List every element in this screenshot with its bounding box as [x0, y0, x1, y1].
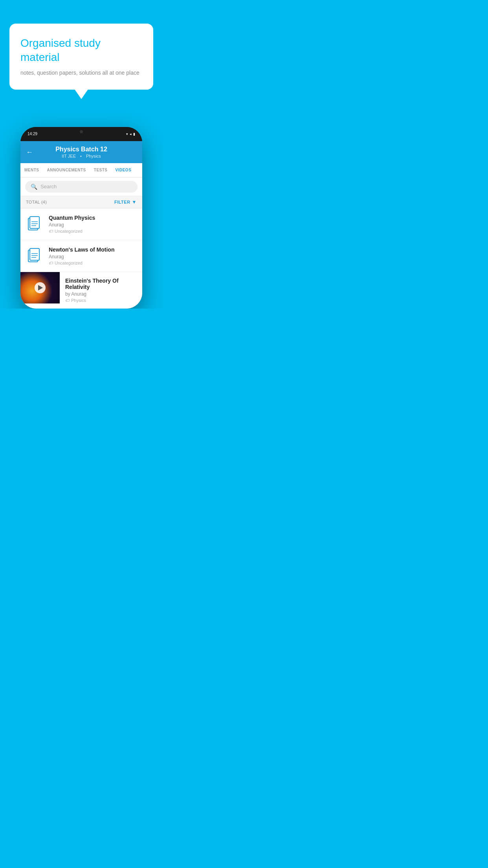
list-item[interactable]: Newton's Laws of Motion Anurag 🏷 Uncateg… — [20, 240, 142, 272]
item-author: Anurag — [49, 254, 137, 259]
tabs-bar: MENTS ANNOUNCEMENTS TESTS VIDEOS — [20, 163, 142, 178]
thumb-title: Einstein's Theory Of Relativity — [65, 278, 137, 290]
tag-label: Uncategorized — [55, 229, 83, 234]
tab-tests[interactable]: TESTS — [90, 163, 112, 177]
svg-rect-1 — [30, 217, 39, 228]
item-tag: 🏷 Uncategorized — [49, 229, 137, 234]
filter-label: FILTER — [114, 200, 130, 204]
tab-videos[interactable]: VIDEOS — [112, 163, 136, 177]
phone-notch — [66, 127, 97, 135]
video-thumbnail — [20, 272, 60, 303]
item-info: Quantum Physics Anurag 🏷 Uncategorized — [49, 215, 137, 234]
list-item[interactable]: Einstein's Theory Of Relativity by Anura… — [20, 272, 142, 309]
tag-label: Uncategorized — [55, 261, 83, 265]
search-bar: 🔍 Search — [20, 178, 142, 196]
filter-button[interactable]: FILTER ▼ — [114, 199, 137, 205]
video-list: Quantum Physics Anurag 🏷 Uncategorized — [20, 208, 142, 309]
thumb-tag: 🏷 Physics — [65, 298, 137, 303]
status-bar: 14:29 ▾ ◂ ▮ — [20, 127, 142, 141]
item-icon — [26, 215, 43, 233]
filter-icon: ▼ — [132, 199, 137, 205]
item-tag: 🏷 Uncategorized — [49, 261, 137, 265]
tag-label: Physics — [71, 298, 86, 303]
total-count: TOTAL (4) — [26, 200, 47, 204]
thumb-info: Einstein's Theory Of Relativity by Anura… — [60, 272, 142, 308]
phone: 14:29 ▾ ◂ ▮ ← Physics Batch 12 IIT JEE •… — [20, 127, 142, 309]
phone-screen: ← Physics Batch 12 IIT JEE • Physics MEN… — [20, 141, 142, 309]
tag-icon: 🏷 — [65, 298, 70, 303]
item-icon — [26, 247, 43, 265]
bubble-subtitle: notes, question papers, solutions all at… — [20, 69, 142, 77]
wifi-icon: ▾ — [126, 132, 128, 136]
subtitle-iitjee: IIT JEE — [62, 154, 76, 158]
item-author: Anurag — [49, 222, 137, 228]
battery-icon: ▮ — [133, 132, 135, 136]
play-button[interactable] — [35, 282, 46, 293]
phone-container: 14:29 ▾ ◂ ▮ ← Physics Batch 12 IIT JEE •… — [0, 105, 163, 309]
tab-ments[interactable]: MENTS — [20, 163, 43, 177]
speech-bubble: Organised study material notes, question… — [9, 24, 153, 90]
play-triangle-icon — [38, 285, 43, 291]
back-button[interactable]: ← — [26, 148, 33, 156]
search-inner[interactable]: 🔍 Search — [25, 181, 138, 193]
search-placeholder: Search — [40, 184, 57, 189]
status-time: 14:29 — [28, 132, 37, 136]
item-title: Quantum Physics — [49, 215, 137, 221]
app-header: ← Physics Batch 12 IIT JEE • Physics — [20, 141, 142, 163]
item-info: Newton's Laws of Motion Anurag 🏷 Uncateg… — [49, 246, 137, 265]
camera — [80, 130, 83, 133]
signal-icon: ◂ — [130, 132, 132, 136]
thumb-author: by Anurag — [65, 291, 137, 297]
bubble-title: Organised study material — [20, 36, 142, 65]
search-icon: 🔍 — [31, 184, 37, 190]
subtitle-physics: Physics — [86, 154, 101, 158]
tab-announcements[interactable]: ANNOUNCEMENTS — [43, 163, 90, 177]
list-item[interactable]: Quantum Physics Anurag 🏷 Uncategorized — [20, 208, 142, 240]
header-title: Physics Batch 12 — [27, 146, 136, 153]
subtitle-sep: • — [80, 154, 82, 158]
tag-icon: 🏷 — [49, 261, 53, 265]
header-subtitle: IIT JEE • Physics — [27, 154, 136, 158]
top-section: Organised study material notes, question… — [0, 0, 163, 105]
svg-rect-6 — [30, 248, 39, 260]
tag-icon: 🏷 — [49, 229, 53, 234]
status-icons: ▾ ◂ ▮ — [126, 132, 135, 136]
item-title: Newton's Laws of Motion — [49, 246, 137, 253]
filter-row: TOTAL (4) FILTER ▼ — [20, 196, 142, 208]
